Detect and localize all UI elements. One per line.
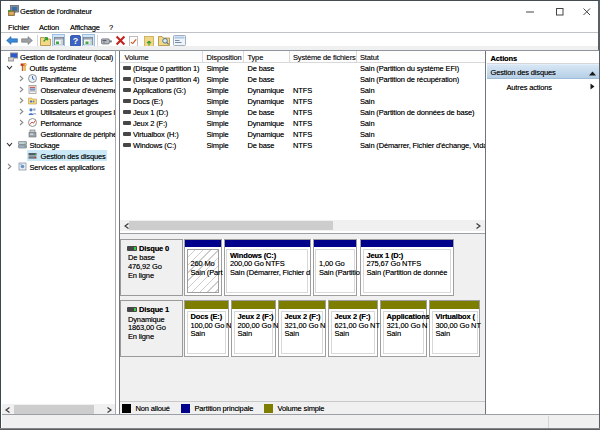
- svg-text:?: ?: [72, 36, 77, 46]
